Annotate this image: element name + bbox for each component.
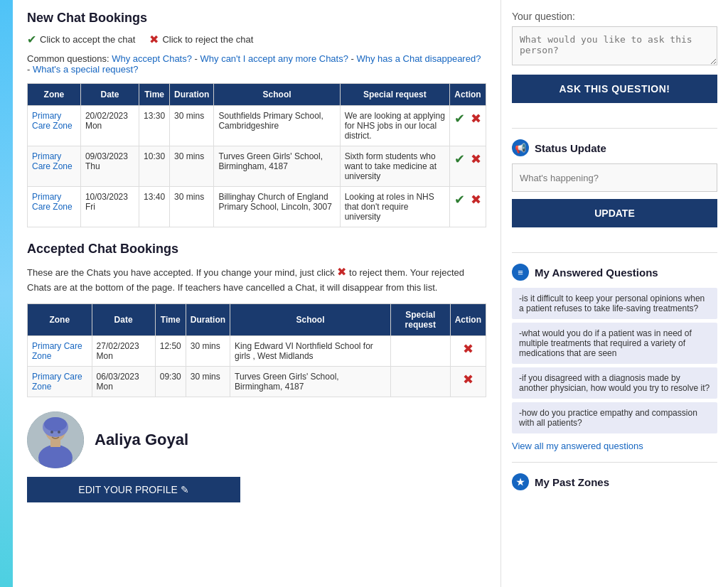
- table-row: Primary Care Zone 09/03/2023 Thu 10:30 3…: [28, 146, 486, 187]
- update-button[interactable]: UPDATE: [512, 199, 717, 227]
- table-row: Primary Care Zone 10/03/2023 Fri 13:40 3…: [28, 187, 486, 227]
- school-cell: Billinghay Church of England Primary Sch…: [214, 187, 340, 227]
- accepted-title: Accepted Chat Bookings: [27, 242, 486, 257]
- status-title: 📢 Status Update: [512, 139, 717, 156]
- profile-name: Aaliya Goyal: [95, 431, 188, 449]
- common-questions: Common questions: Why accept Chats? - Wh…: [27, 53, 486, 75]
- main-content: New Chat Bookings ✔ Click to accept the …: [13, 0, 500, 587]
- col-zone: Zone: [28, 84, 81, 106]
- special-request-cell: We are looking at applying for NHS jobs …: [340, 106, 449, 146]
- svg-point-3: [44, 417, 67, 431]
- profile-row: Aaliya Goyal: [27, 411, 188, 468]
- answered-item: -is it difficult to keep your personal o…: [512, 288, 717, 319]
- col-duration: Duration: [170, 84, 214, 106]
- date-cell: 10/03/2023 Fri: [80, 187, 139, 227]
- action-cell: ✔ ✖: [449, 146, 486, 187]
- acc-col-action: Action: [450, 303, 486, 335]
- date-cell: 09/03/2023 Thu: [80, 146, 139, 187]
- right-sidebar: Your question: ASK THIS QUESTION! 📢 Stat…: [500, 0, 728, 587]
- acc-reject-button[interactable]: ✖: [463, 342, 473, 356]
- accepted-bookings-table: Zone Date Time Duration School Special r…: [27, 303, 486, 397]
- reject-button[interactable]: ✖: [471, 111, 481, 126]
- table-row: Primary Care Zone 20/02/2023 Mon 13:30 3…: [28, 106, 486, 146]
- acc-reject-button[interactable]: ✖: [463, 372, 473, 387]
- link-disappeared[interactable]: Why has a Chat disappeared?: [357, 53, 481, 64]
- inline-x-icon: ✖: [337, 266, 346, 278]
- time-cell: 13:40: [139, 187, 170, 227]
- status-input[interactable]: [512, 163, 717, 192]
- action-cell: ✔ ✖: [449, 106, 486, 146]
- col-time: Time: [139, 84, 170, 106]
- list-icon: ≡: [512, 264, 529, 281]
- acc-col-school: School: [230, 303, 391, 335]
- acc-special-cell: [390, 335, 450, 366]
- acc-col-special: Special request: [390, 303, 450, 335]
- zone-link[interactable]: Primary Care Zone: [32, 151, 73, 171]
- view-all-link[interactable]: View all my answered questions: [512, 441, 717, 451]
- time-cell: 10:30: [139, 146, 170, 187]
- acc-zone-link[interactable]: Primary Care Zone: [32, 372, 82, 392]
- accept-check-icon: ✔: [27, 33, 36, 46]
- link-why-accept[interactable]: Why accept Chats?: [112, 53, 192, 64]
- your-question-section: Your question: ASK THIS QUESTION!: [512, 11, 717, 117]
- col-school: School: [214, 84, 340, 106]
- acc-action-cell: ✖: [450, 335, 486, 366]
- acc-col-time: Time: [155, 303, 186, 335]
- svg-point-6: [50, 431, 53, 433]
- link-no-more[interactable]: Why can't I accept any more Chats?: [200, 53, 348, 64]
- answered-item: -how do you practice empathy and compass…: [512, 402, 717, 433]
- reject-button[interactable]: ✖: [471, 151, 481, 167]
- answered-item: -what would you do if a patient was in n…: [512, 323, 717, 364]
- col-date: Date: [80, 84, 139, 106]
- col-action: Action: [449, 84, 486, 106]
- new-bookings-title: New Chat Bookings: [27, 11, 486, 26]
- svg-point-7: [58, 431, 60, 433]
- accept-legend-label: Click to accept the chat: [40, 34, 135, 45]
- acc-date-cell: 27/02/2023 Mon: [92, 335, 155, 366]
- link-special-request[interactable]: What's a special request?: [33, 64, 138, 75]
- acc-school-cell: Turves Green Girls' School, Birmingham, …: [230, 366, 391, 397]
- acc-school-cell: King Edward VI Northfield School for gir…: [230, 335, 391, 366]
- zone-link[interactable]: Primary Care Zone: [32, 192, 73, 212]
- school-cell: Turves Green Girls' School, Birmingham, …: [214, 146, 340, 187]
- duration-cell: 30 mins: [170, 106, 214, 146]
- acc-col-zone: Zone: [28, 303, 92, 335]
- acc-col-duration: Duration: [186, 303, 230, 335]
- acc-time-cell: 12:50: [155, 335, 186, 366]
- profile-section: Aaliya Goyal EDIT YOUR PROFILE ✎: [27, 411, 486, 502]
- accept-button[interactable]: ✔: [454, 151, 465, 167]
- accept-button[interactable]: ✔: [454, 111, 465, 126]
- school-cell: Southfields Primary School, Cambridgeshi…: [214, 106, 340, 146]
- duration-cell: 30 mins: [170, 187, 214, 227]
- acc-action-cell: ✖: [450, 366, 486, 397]
- status-update-section: 📢 Status Update UPDATE: [512, 139, 717, 242]
- acc-duration-cell: 30 mins: [186, 366, 230, 397]
- table-row: Primary Care Zone 06/03/2023 Mon 09:30 3…: [28, 366, 486, 397]
- answered-questions-section: ≡ My Answered Questions -is it difficult…: [512, 264, 717, 451]
- accept-button[interactable]: ✔: [454, 192, 465, 208]
- question-input[interactable]: [512, 26, 717, 65]
- action-cell: ✔ ✖: [449, 187, 486, 227]
- accepted-desc: These are the Chats you have accepted. I…: [27, 264, 486, 295]
- zone-link[interactable]: Primary Care Zone: [32, 111, 73, 131]
- answered-title: ≡ My Answered Questions: [512, 264, 717, 281]
- answered-item: -if you disagreed with a diagnosis made …: [512, 367, 717, 399]
- ask-question-button[interactable]: ASK THIS QUESTION!: [512, 75, 717, 103]
- acc-time-cell: 09:30: [155, 366, 186, 397]
- reject-legend-label: Click to reject the chat: [162, 34, 253, 45]
- special-request-cell: Looking at roles in NHS that don't requi…: [340, 187, 449, 227]
- past-zones-title: ★ My Past Zones: [512, 473, 717, 490]
- legend-bar: ✔ Click to accept the chat ✖ Click to re…: [27, 33, 486, 46]
- question-label: Your question:: [512, 11, 717, 22]
- reject-button[interactable]: ✖: [471, 192, 481, 208]
- edit-profile-button[interactable]: EDIT YOUR PROFILE ✎: [27, 477, 240, 502]
- acc-zone-link[interactable]: Primary Care Zone: [32, 341, 82, 361]
- acc-col-date: Date: [92, 303, 155, 335]
- reject-legend: ✖ Click to reject the chat: [149, 33, 253, 46]
- accept-legend: ✔ Click to accept the chat: [27, 33, 135, 46]
- acc-date-cell: 06/03/2023 Mon: [92, 366, 155, 397]
- new-bookings-table: Zone Date Time Duration School Special r…: [27, 83, 486, 227]
- left-sidebar: [0, 0, 13, 587]
- date-cell: 20/02/2023 Mon: [80, 106, 139, 146]
- svg-rect-5: [50, 440, 60, 447]
